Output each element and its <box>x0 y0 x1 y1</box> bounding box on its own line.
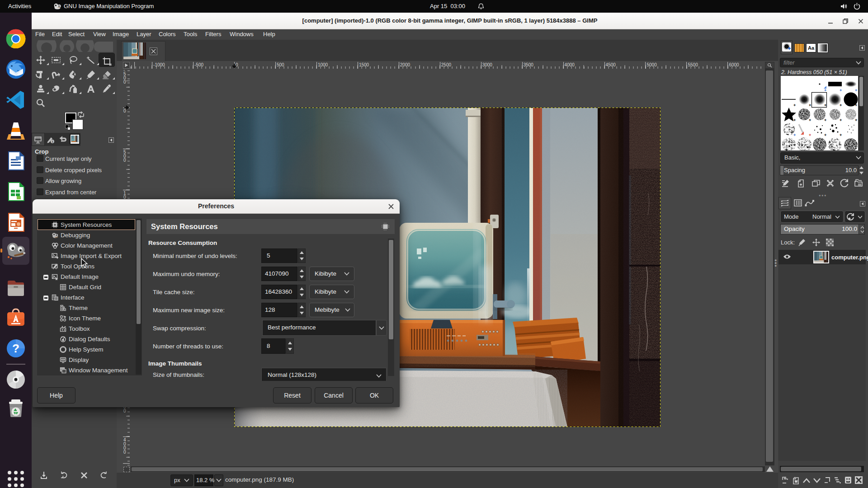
svg-text:+: + <box>824 103 826 108</box>
svg-text:+: + <box>824 88 826 93</box>
svg-text:+: + <box>809 118 811 122</box>
svg-text:+: + <box>855 118 857 122</box>
svg-text:+: + <box>824 133 826 137</box>
svg-text:?: ? <box>12 342 19 355</box>
svg-text:i: i <box>52 140 53 144</box>
svg-text:+: + <box>855 103 857 108</box>
svg-text:+: + <box>840 118 842 122</box>
svg-text:+: + <box>809 103 811 108</box>
svg-text:+: + <box>793 133 796 137</box>
svg-text:+: + <box>793 118 796 122</box>
svg-text:+: + <box>840 133 842 137</box>
svg-text:+: + <box>840 88 842 93</box>
svg-text:+: + <box>824 118 826 122</box>
svg-text:+: + <box>809 133 811 137</box>
svg-text:+: + <box>840 103 842 108</box>
svg-text:+: + <box>855 88 857 93</box>
svg-text:+: + <box>793 103 796 108</box>
